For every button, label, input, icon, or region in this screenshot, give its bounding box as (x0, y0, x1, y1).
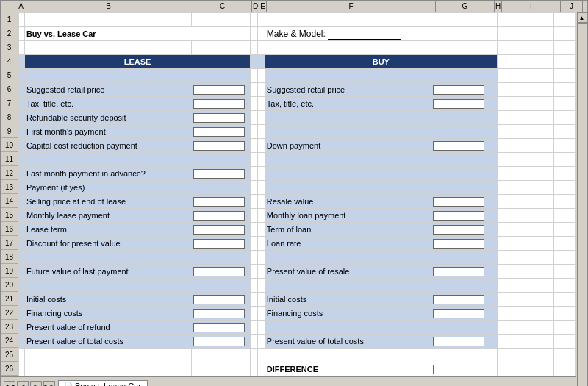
lease-selling-price-input[interactable] (193, 197, 245, 207)
table-row: Present value of total costs Present val… (19, 335, 576, 349)
row-num-13: 13 (1, 180, 18, 194)
buy-initial-costs-input[interactable] (433, 295, 484, 304)
buy-down-payment-label: Down payment (265, 139, 431, 153)
tab-scroll-prev[interactable]: ◄ (17, 381, 29, 386)
buy-resale-value-input[interactable] (433, 197, 484, 207)
tab-scroll-next[interactable]: ► (30, 381, 42, 386)
lease-header: LEASE (24, 55, 250, 69)
lease-monthly-payment-input[interactable] (193, 211, 245, 221)
sheet-tab-buy-lease[interactable]: 📄 Buy vs. Lease Car (58, 380, 148, 386)
buy-tax-input[interactable] (433, 99, 484, 109)
tab-icon: 📄 (65, 382, 73, 386)
buy-suggested-retail-input[interactable] (433, 85, 484, 95)
table-row: Monthly lease payment Monthly loan payme… (19, 209, 576, 223)
col-header-c: C (193, 1, 252, 12)
spreadsheet-table: Buy vs. Lease Car Make & Model: (18, 12, 576, 376)
row-num-19: 19 (1, 264, 18, 278)
grid-area: Buy vs. Lease Car Make & Model: (18, 12, 576, 376)
table-row (19, 251, 576, 265)
lease-first-month-label: First month's payment (24, 125, 192, 139)
buy-initial-costs-label: Initial costs (265, 293, 431, 307)
vertical-scrollbar: ▲ ▼ (576, 12, 587, 386)
spreadsheet-title: Buy vs. Lease Car (24, 27, 250, 41)
table-row: First month's payment (19, 125, 576, 139)
buy-present-value-resale-label: Present value of resale (265, 265, 431, 279)
lease-initial-costs-input[interactable] (193, 295, 245, 304)
buy-present-value-resale-input[interactable] (433, 267, 484, 276)
row-num-23: 23 (1, 320, 18, 334)
buy-monthly-loan-label: Monthly loan payment (265, 209, 431, 223)
lease-future-value-input[interactable] (193, 267, 245, 276)
difference-label: DIFFERENCE (265, 362, 431, 376)
row-num-24: 24 (1, 334, 18, 348)
lease-first-month-input[interactable] (193, 127, 245, 137)
col-header-d: D (252, 1, 259, 12)
table-row: Financing costs Financing costs (19, 307, 576, 321)
lease-term-label: Lease term (24, 223, 192, 237)
lease-discount-label: Discount for present value (24, 237, 192, 251)
buy-resale-value-label: Resale value (265, 195, 431, 209)
table-row: Initial costs Initial costs (19, 293, 576, 307)
row-num-14: 14 (1, 194, 18, 208)
lease-financing-costs-input[interactable] (193, 309, 245, 318)
row-num-17: 17 (1, 236, 18, 250)
buy-pv-total-costs-label: Present value of total costs (265, 335, 431, 349)
lease-security-deposit-label: Refundable security deposit (24, 111, 192, 125)
table-row (19, 279, 576, 293)
lease-future-value-label: Future value of last payment (24, 265, 192, 279)
make-model-input[interactable] (328, 29, 401, 40)
tab-scroll-left[interactable]: ◄◄ (4, 381, 15, 386)
row-num-5: 5 (1, 68, 18, 82)
table-row: Last month payment in advance? (19, 167, 576, 181)
table-row (19, 349, 576, 362)
scroll-up-btn[interactable]: ▲ (577, 12, 587, 23)
column-headers: A B C D E F G H I J (1, 1, 587, 12)
col-header-j: J (561, 1, 583, 12)
lease-payment-if-yes-label: Payment (if yes) (24, 181, 192, 195)
lease-selling-price-label: Selling price at end of lease (24, 195, 192, 209)
lease-suggested-retail-input[interactable] (193, 85, 245, 95)
lease-suggested-retail-label: Suggested retail price (24, 83, 192, 97)
col-header-i: I (502, 1, 561, 12)
table-row: Tax, title, etc. Tax, title, etc. (19, 97, 576, 111)
buy-financing-costs-input[interactable] (433, 309, 484, 318)
buy-pv-total-costs-input[interactable] (433, 337, 484, 346)
scroll-track[interactable] (577, 23, 587, 386)
lease-capital-cost-input[interactable] (193, 141, 245, 151)
buy-term-of-loan-label: Term of loan (265, 223, 431, 237)
row-num-16: 16 (1, 222, 18, 236)
tab-scroll-right[interactable]: ►► (43, 381, 55, 386)
row-num-20: 20 (1, 278, 18, 292)
row-num-22: 22 (1, 306, 18, 320)
row-num-3: 3 (1, 40, 18, 54)
lease-pv-refund-input[interactable] (193, 323, 245, 332)
row-num-4: 4 (1, 54, 18, 68)
lease-last-month-input[interactable] (193, 169, 245, 179)
lease-pv-total-costs-input[interactable] (193, 337, 245, 346)
difference-input[interactable] (433, 365, 484, 374)
lease-pv-total-costs-label: Present value of total costs (24, 335, 192, 349)
buy-monthly-loan-input[interactable] (433, 211, 484, 221)
buy-term-of-loan-input[interactable] (433, 225, 484, 235)
col-header-a: A (18, 1, 24, 12)
table-row (19, 69, 576, 83)
row-num-2: 2 (1, 26, 18, 40)
buy-loan-rate-label: Loan rate (265, 237, 431, 251)
buy-loan-rate-input[interactable] (433, 239, 484, 249)
sheet-tab-label: Buy vs. Lease Car (75, 382, 141, 386)
buy-down-payment-input[interactable] (433, 141, 484, 151)
table-row: Lease term Term of loan (19, 223, 576, 237)
buy-suggested-retail-label: Suggested retail price (265, 83, 431, 97)
table-row: Payment (if yes) (19, 181, 576, 195)
table-row: Discount for present value Loan rate (19, 237, 576, 251)
table-row: Capital cost reduction payment Down paym… (19, 139, 576, 153)
buy-financing-costs-label: Financing costs (265, 307, 431, 321)
table-row: Future value of last payment Present val… (19, 265, 576, 279)
col-header-f: F (267, 1, 436, 12)
row-num-11: 11 (1, 152, 18, 166)
lease-tax-input[interactable] (193, 99, 245, 109)
buy-tax-label: Tax, title, etc. (265, 97, 431, 111)
lease-discount-input[interactable] (193, 239, 245, 249)
lease-term-input[interactable] (193, 225, 245, 235)
lease-security-deposit-input[interactable] (193, 113, 245, 123)
